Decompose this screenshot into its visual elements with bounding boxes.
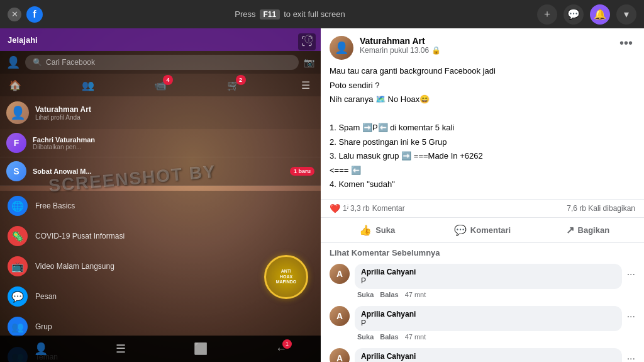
- friend-avatar-2: S: [6, 161, 26, 181]
- post-line-5: 1. Spam ➡️P⬅️ di komentar 5 kali: [330, 122, 635, 134]
- comment-avatar-2: A: [330, 306, 350, 326]
- menu-item-freebasics[interactable]: 🌐 Free Basics: [0, 191, 321, 221]
- grup-label: Grup: [35, 322, 52, 331]
- nav-friends[interactable]: 👥: [78, 76, 98, 94]
- friend-name-1: Fachri Vaturahman: [33, 136, 314, 144]
- comment-balas-2[interactable]: Balas: [380, 333, 398, 341]
- post-line-8: <=== ⬅️: [330, 164, 635, 177]
- fb-search-box[interactable]: 🔍 Cari Facebook: [25, 55, 299, 70]
- right-panel: 👤 Vaturahman Art Kemarin pukul 13.06 🔒 •…: [321, 28, 644, 362]
- friend-avatar-1: F: [6, 133, 26, 153]
- post-stats: ❤️ 1ʲ 3,3 rb Komentar 7,6 rb Kali dibagi…: [321, 199, 644, 218]
- nav-menu[interactable]: ☰: [296, 76, 316, 94]
- nav-marketplace[interactable]: 🛒 2: [223, 76, 243, 94]
- covid-icon: 🦠: [8, 226, 28, 246]
- profile-name: Vaturahman Art: [35, 105, 314, 114]
- post-line-3: Nih caranya 🗺️ No Hoax😄: [330, 93, 635, 106]
- badge-circle: ANTIHOAXMAFINDO: [264, 255, 308, 299]
- bagikan-icon: ↗: [566, 224, 574, 236]
- new-tab-button[interactable]: ＋: [537, 4, 557, 25]
- comment-suka-1[interactable]: Suka: [357, 291, 374, 298]
- bottom-badge: 1: [282, 339, 292, 349]
- fb-mobile-ui: Jelajahi ⓘ 👤 🔍 Cari Facebook 📷 🏠 👥 📹 4: [0, 28, 321, 362]
- market-badge: 2: [236, 75, 246, 85]
- comment-balas-1[interactable]: Balas: [380, 291, 398, 298]
- bagikan-label: Bagikan: [578, 225, 610, 235]
- post-time: Kemarin pukul 13.06 🔒: [360, 46, 611, 55]
- grup-icon: 👥: [8, 317, 28, 337]
- comment-body-3: Aprilia Cahyani P Suka Balas 47 mnt: [355, 348, 622, 363]
- friend-item-1[interactable]: F Fachri Vaturahman Diibatalkan pen...: [0, 129, 321, 157]
- komentari-button[interactable]: 💬 Komentari: [430, 219, 535, 241]
- post-actions: 👍 Suka 💬 Komentari ↗ Bagikan: [321, 218, 644, 243]
- suka-button[interactable]: 👍 Suka: [325, 219, 430, 241]
- comment-more-2[interactable]: ...: [627, 308, 635, 320]
- search-placeholder: Cari Facebook: [46, 58, 95, 67]
- facebook-icon: f: [26, 6, 43, 23]
- menu-item-covid[interactable]: 🦠 COVID-19 Pusat Informasi: [0, 221, 321, 251]
- fb-header: Jelajahi ⓘ: [0, 28, 321, 51]
- friend-sub-1: Diibatalkan pen...: [33, 144, 314, 150]
- fb-profile-row[interactable]: 👤 Vaturahman Art Lihat profil Anda: [0, 96, 321, 129]
- komentari-icon: 💬: [454, 224, 467, 236]
- fb-person-icon: 👤: [6, 55, 20, 69]
- comment-item-3: A Aprilia Cahyani P Suka Balas 47 mnt ..…: [321, 344, 644, 363]
- comment-avatar-3: A: [330, 348, 350, 363]
- search-icon: 🔍: [33, 58, 42, 67]
- comment-name-2: Aprilia Cahyani: [361, 310, 616, 319]
- bagikan-button[interactable]: ↗ Bagikan: [535, 219, 640, 241]
- friend-badge-2: 1 baru: [290, 167, 314, 176]
- video-badge: 4: [163, 75, 173, 85]
- comment-avatar-1: A: [330, 264, 350, 284]
- comment-actions-2: Suka Balas 47 mnt: [355, 331, 622, 341]
- fb-header-title: Jelajahi: [8, 35, 299, 45]
- main-layout: ⛶ Jelajahi ⓘ 👤 🔍 Cari Facebook 📷 🏠 👥: [0, 28, 644, 362]
- camera-icon[interactable]: 📷: [304, 57, 314, 67]
- comments-label[interactable]: Lihat Komentar Sebelumnya: [321, 243, 644, 260]
- bottom-nav-menu[interactable]: ☰: [116, 342, 126, 356]
- post-line-4: [330, 108, 635, 120]
- lock-icon: 🔒: [431, 46, 441, 55]
- nav-home[interactable]: 🏠: [5, 76, 25, 94]
- bottom-nav-home[interactable]: ⬜: [194, 342, 208, 356]
- left-panel: ⛶ Jelajahi ⓘ 👤 🔍 Cari Facebook 📷 🏠 👥: [0, 28, 321, 362]
- post-content: Mau tau cara ganti background Facebook j…: [321, 65, 644, 199]
- messenger-button[interactable]: 💬: [564, 4, 584, 25]
- comment-bubble-2: Aprilia Cahyani P: [355, 306, 622, 331]
- profile-sub: Lihat profil Anda: [35, 114, 314, 121]
- bottom-nav-profile[interactable]: 👤: [34, 342, 48, 356]
- post-line-2: Poto sendiri ?: [330, 79, 635, 92]
- exit-text: to exit full screen: [284, 9, 345, 19]
- press-text: Press: [235, 9, 255, 19]
- profile-avatar: 👤: [6, 101, 29, 124]
- comment-suka-2[interactable]: Suka: [357, 333, 374, 341]
- comment-text-2: P: [361, 319, 616, 327]
- video-label: Video Malam Langsung: [35, 262, 114, 271]
- close-button[interactable]: ✕: [8, 8, 21, 21]
- comment-text-1: P: [361, 276, 616, 285]
- reactions-count: 1ʲ 3,3 rb: [343, 204, 370, 213]
- comment-more-1[interactable]: ...: [627, 266, 635, 278]
- heart-emoji: ❤️: [330, 203, 340, 213]
- comment-item-1: A Aprilia Cahyani P Suka Balas 47 mnt ..…: [321, 260, 644, 302]
- friend-info-1: Fachri Vaturahman Diibatalkan pen...: [33, 136, 314, 150]
- menu-dropdown-button[interactable]: ▾: [616, 4, 636, 25]
- shares-count: 7,6 rb Kali dibagikan: [567, 204, 635, 213]
- stats-right: 7,6 rb Kali dibagikan: [567, 204, 635, 213]
- notifications-button[interactable]: 🔔: [590, 4, 610, 25]
- suka-label: Suka: [375, 225, 395, 235]
- bottom-nav-back[interactable]: ← 1: [275, 342, 287, 356]
- fullscreen-icon[interactable]: ⛶: [298, 33, 316, 50]
- post-line-7: 3. Lalu masuk grup ➡️ ===Made In +6262: [330, 150, 635, 162]
- post-line-1: Mau tau cara ganti background Facebook j…: [330, 65, 635, 77]
- post-more-button[interactable]: •••: [617, 36, 635, 50]
- comment-body-1: Aprilia Cahyani P Suka Balas 47 mnt: [355, 264, 622, 298]
- stats-left: ❤️ 1ʲ 3,3 rb Komentar: [330, 203, 405, 213]
- nav-video[interactable]: 📹 4: [150, 76, 170, 94]
- comment-bubble-1: Aprilia Cahyani P: [355, 264, 622, 289]
- komentari-label: Komentari: [470, 225, 511, 235]
- comment-time-1: 47 mnt: [405, 291, 426, 298]
- comment-time-2: 47 mnt: [405, 333, 426, 341]
- press-bar: Press F11 to exit full screen: [48, 9, 532, 20]
- comment-more-3[interactable]: ...: [627, 351, 635, 362]
